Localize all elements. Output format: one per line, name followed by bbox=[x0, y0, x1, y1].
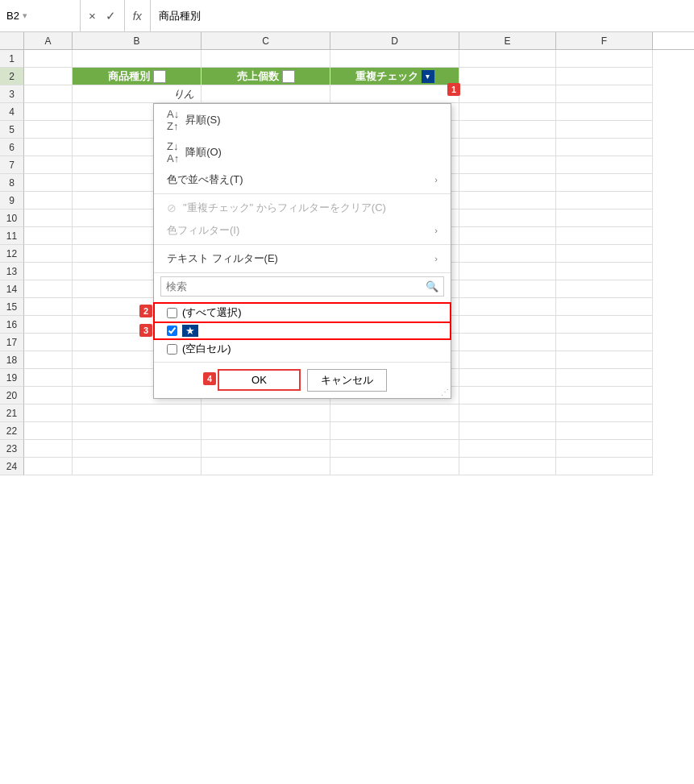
table-row: 22 bbox=[0, 422, 694, 440]
color-filter-label: 色フィルター(I) bbox=[167, 223, 239, 238]
col-header-a[interactable]: A bbox=[24, 32, 73, 49]
cell-8a[interactable] bbox=[24, 174, 73, 192]
spreadsheet: A B C D E F 1 2 商品種別 ▾ bbox=[0, 32, 694, 784]
row-num-10: 10 bbox=[0, 209, 24, 227]
cancel-icon[interactable]: × bbox=[85, 7, 99, 24]
sort-asc-icon: A↓Z↑ bbox=[167, 108, 179, 132]
row-num-24: 24 bbox=[0, 458, 24, 475]
col-header-c[interactable]: C bbox=[202, 32, 330, 49]
row-num-23: 23 bbox=[0, 440, 24, 458]
sort-by-color-arrow: › bbox=[434, 175, 438, 185]
cell-6e[interactable] bbox=[459, 139, 556, 156]
cell-9f[interactable] bbox=[556, 192, 653, 209]
cell-9e[interactable] bbox=[459, 192, 556, 209]
row-num-6: 6 bbox=[0, 139, 24, 156]
cell-7f[interactable] bbox=[556, 156, 653, 174]
cell-1e[interactable] bbox=[459, 50, 556, 68]
table-row: 21 bbox=[0, 404, 694, 422]
clear-filter-label: "重複チェック" からフィルターをクリア(C) bbox=[183, 201, 386, 215]
row-num-9: 9 bbox=[0, 192, 24, 209]
resize-handle[interactable]: ⋰ bbox=[441, 388, 449, 396]
cell-2a[interactable] bbox=[24, 68, 73, 85]
cell-1b[interactable] bbox=[73, 50, 202, 68]
cell-1c[interactable] bbox=[202, 50, 330, 68]
dropdown-footer: 4 OK キャンセル bbox=[154, 362, 451, 398]
check-blank-item[interactable]: (空白セル) bbox=[154, 339, 451, 359]
check-blank-checkbox[interactable] bbox=[167, 344, 177, 355]
cell-3a[interactable] bbox=[24, 85, 73, 103]
cell-2b[interactable]: 商品種別 ▾ bbox=[73, 68, 202, 85]
badge-2: 2 bbox=[139, 305, 152, 317]
filter-btn-c[interactable]: ▾ bbox=[282, 70, 295, 83]
col-header-b[interactable]: B bbox=[73, 32, 202, 49]
cell-5f[interactable] bbox=[556, 121, 653, 139]
badge-3: 3 bbox=[139, 324, 152, 337]
clear-filter-item[interactable]: ⊘ "重複チェック" からフィルターをクリア(C) bbox=[154, 197, 451, 219]
cell-8e[interactable] bbox=[459, 174, 556, 192]
ok-button[interactable]: OK bbox=[218, 369, 301, 391]
check-all-checkbox[interactable] bbox=[167, 308, 177, 318]
cell-7a[interactable] bbox=[24, 156, 73, 174]
divider-2 bbox=[154, 244, 451, 245]
confirm-icon[interactable]: ✓ bbox=[102, 7, 119, 25]
cell-reference-box[interactable]: B2 ▾ bbox=[0, 0, 81, 31]
formula-input[interactable] bbox=[151, 0, 694, 31]
table-row: 3 りん bbox=[0, 85, 694, 103]
cell-3d[interactable] bbox=[330, 85, 459, 103]
cell-4e[interactable] bbox=[459, 103, 556, 121]
clear-filter-icon: ⊘ bbox=[167, 201, 177, 214]
header-c-content: 売上個数 ▾ bbox=[205, 69, 326, 84]
cell-1d[interactable] bbox=[330, 50, 459, 68]
filter-btn-b[interactable]: ▾ bbox=[153, 70, 166, 83]
star-icon: ★ bbox=[182, 325, 198, 337]
cell-2d[interactable]: 重複チェック ▾ bbox=[330, 68, 459, 85]
row-num-header bbox=[0, 32, 24, 49]
text-filter-item[interactable]: テキスト フィルター(E) › bbox=[154, 247, 451, 270]
cell-5e[interactable] bbox=[459, 121, 556, 139]
check-star-item[interactable]: ★ bbox=[154, 322, 451, 339]
cell-3b[interactable]: りん bbox=[73, 85, 202, 103]
col-header-e[interactable]: E bbox=[459, 32, 556, 49]
cell-1a[interactable] bbox=[24, 50, 73, 68]
formula-bar: B2 ▾ × ✓ fx bbox=[0, 0, 694, 32]
sort-by-color-item[interactable]: 色で並べ替え(T) › bbox=[154, 168, 451, 191]
cell-2c[interactable]: 売上個数 ▾ bbox=[202, 68, 330, 85]
sort-asc-item[interactable]: A↓Z↑ 昇順(S) bbox=[154, 104, 451, 136]
filter-btn-d[interactable]: ▾ bbox=[422, 70, 434, 83]
sort-by-color-label: 色で並べ替え(T) bbox=[167, 172, 243, 187]
col-header-d[interactable]: D bbox=[330, 32, 459, 49]
cell-6a[interactable] bbox=[24, 139, 73, 156]
check-all-wrapper: 2 (すべて選択) bbox=[154, 303, 451, 322]
cell-9a[interactable] bbox=[24, 192, 73, 209]
header-b-content: 商品種別 ▾ bbox=[76, 69, 197, 84]
cell-7e[interactable] bbox=[459, 156, 556, 174]
header-d-label: 重複チェック bbox=[355, 69, 418, 84]
col-header-f[interactable]: F bbox=[556, 32, 653, 49]
cell-6f[interactable] bbox=[556, 139, 653, 156]
row-num-14: 14 bbox=[0, 280, 24, 298]
grid-body: 1 2 商品種別 ▾ 売上個数 ▾ bbox=[0, 50, 694, 784]
cell-2e[interactable] bbox=[459, 68, 556, 85]
color-filter-item[interactable]: 色フィルター(I) › bbox=[154, 219, 451, 242]
search-input[interactable] bbox=[161, 277, 421, 296]
check-star-wrapper: 3 ★ bbox=[154, 322, 451, 339]
check-star-checkbox[interactable] bbox=[167, 326, 177, 336]
row-num-13: 13 bbox=[0, 263, 24, 280]
badge-4: 4 bbox=[203, 372, 216, 385]
cell-3f[interactable] bbox=[556, 85, 653, 103]
row-num-8: 8 bbox=[0, 174, 24, 192]
table-row: 24 bbox=[0, 458, 694, 475]
checkbox-list: 2 (すべて選択) 3 ★ (空白セル) bbox=[154, 300, 451, 362]
cell-2f[interactable] bbox=[556, 68, 653, 85]
cell-4a[interactable] bbox=[24, 103, 73, 121]
cell-1f[interactable] bbox=[556, 50, 653, 68]
cell-3c[interactable] bbox=[202, 85, 330, 103]
sort-desc-item[interactable]: Z↓A↑ 降順(O) bbox=[154, 136, 451, 168]
cell-4f[interactable] bbox=[556, 103, 653, 121]
sort-desc-label: 降順(O) bbox=[185, 145, 222, 160]
cell-8f[interactable] bbox=[556, 174, 653, 192]
cancel-button[interactable]: キャンセル bbox=[307, 369, 387, 392]
cell-5a[interactable] bbox=[24, 121, 73, 139]
cell-3e[interactable] bbox=[459, 85, 556, 103]
check-all-item[interactable]: (すべて選択) bbox=[154, 303, 451, 322]
